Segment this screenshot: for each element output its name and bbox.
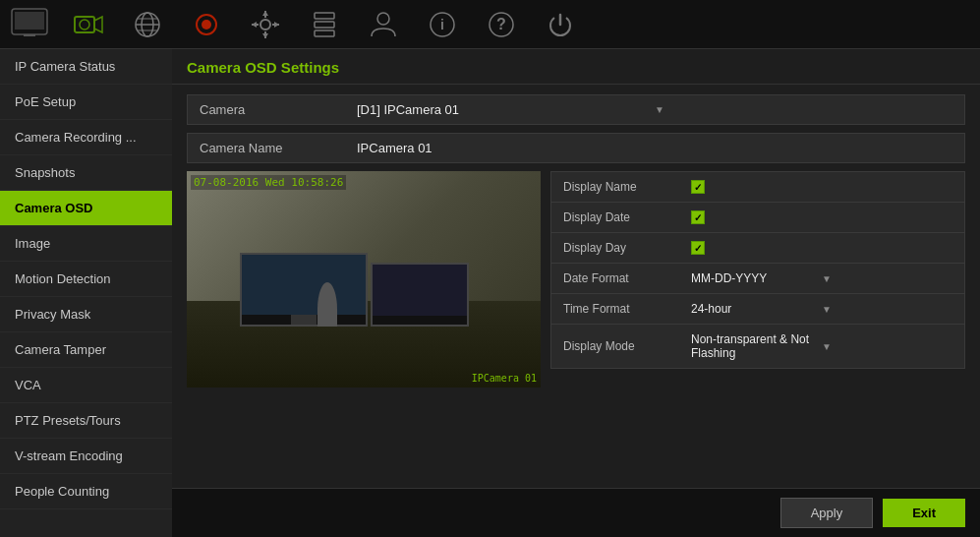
svg-rect-2 — [24, 34, 35, 36]
main-layout: IP Camera Status PoE Setup Camera Record… — [0, 49, 980, 537]
sidebar-item-camera-osd[interactable]: Camera OSD — [0, 191, 172, 226]
monitor-right-screen — [373, 265, 467, 316]
time-format-select[interactable]: 24-hour ▼ — [691, 302, 952, 316]
content-area: Camera [D1] IPCamera 01 ▼ Camera Name IP… — [172, 85, 980, 488]
svg-marker-19 — [262, 33, 268, 38]
svg-point-25 — [377, 13, 389, 25]
display-date-checkbox[interactable]: ✓ — [691, 210, 705, 224]
bottom-bar: Apply Exit — [172, 488, 980, 537]
svg-marker-20 — [252, 22, 257, 28]
record-toolbar-icon[interactable] — [187, 5, 226, 44]
date-format-label: Date Format — [551, 264, 679, 293]
user-toolbar-icon[interactable] — [364, 5, 403, 44]
display-name-value[interactable]: ✓ — [679, 172, 964, 202]
display-name-label: Display Name — [551, 172, 679, 202]
date-format-dropdown-arrow: ▼ — [822, 273, 952, 284]
camera-bottom-text: IPCamera 01 — [472, 373, 537, 384]
date-format-row: Date Format MM-DD-YYYY ▼ — [550, 263, 965, 293]
svg-rect-24 — [315, 30, 334, 36]
settings2-toolbar-icon[interactable] — [305, 5, 344, 44]
sidebar-item-image[interactable]: Image — [0, 226, 172, 262]
time-format-row: Time Format 24-hour ▼ — [550, 293, 965, 324]
camera-name-row: Camera Name IPCamera 01 — [187, 133, 965, 163]
sidebar-item-camera-tamper[interactable]: Camera Tamper — [0, 332, 172, 368]
camera-select[interactable]: [D1] IPCamera 01 ▼ — [357, 102, 952, 117]
camera-label: Camera — [188, 95, 345, 124]
info-toolbar-icon[interactable]: i — [423, 5, 462, 44]
middle-section: 07-08-2016 Wed 10:58:26 IPCamera 01 Disp… — [187, 171, 965, 478]
sidebar-item-vca[interactable]: VCA — [0, 368, 172, 403]
monitor-left-stand — [291, 315, 316, 326]
exit-button[interactable]: Exit — [883, 499, 965, 527]
display-day-label: Display Day — [551, 233, 679, 263]
monitor-right — [371, 263, 469, 327]
toolbar: i ? — [0, 0, 980, 49]
date-format-select-value: MM-DD-YYYY — [691, 271, 822, 285]
main-content: Camera OSD Settings Camera [D1] IPCamera… — [172, 49, 980, 537]
svg-rect-22 — [315, 13, 334, 19]
network-toolbar-icon[interactable] — [128, 5, 167, 44]
svg-text:?: ? — [496, 16, 506, 32]
power-toolbar-icon[interactable] — [541, 5, 580, 44]
sidebar-item-camera-recording[interactable]: Camera Recording ... — [0, 120, 172, 155]
display-date-value[interactable]: ✓ — [679, 203, 964, 232]
display-day-row: Display Day ✓ — [550, 232, 965, 263]
camera-name-value: IPCamera 01 — [345, 134, 964, 162]
svg-point-4 — [80, 20, 89, 30]
svg-rect-23 — [315, 22, 334, 28]
svg-marker-5 — [94, 17, 102, 32]
sidebar-item-motion-detection[interactable]: Motion Detection — [0, 262, 172, 297]
display-date-label: Display Date — [551, 203, 679, 232]
monitor-left — [240, 253, 368, 327]
sidebar-item-privacy-mask[interactable]: Privacy Mask — [0, 297, 172, 332]
monitor-left-screen — [242, 255, 366, 314]
time-format-dropdown-arrow: ▼ — [822, 304, 952, 315]
apply-button[interactable]: Apply — [780, 498, 874, 528]
display-date-row: Display Date ✓ — [550, 202, 965, 232]
display-name-checkbox[interactable]: ✓ — [691, 180, 705, 194]
room-background — [187, 171, 541, 388]
time-format-value[interactable]: 24-hour ▼ — [679, 294, 964, 324]
time-format-label: Time Format — [551, 294, 679, 324]
sidebar: IP Camera Status PoE Setup Camera Record… — [0, 49, 172, 537]
page-title: Camera OSD Settings — [172, 49, 980, 85]
sidebar-item-vstream-encoding[interactable]: V-stream Encoding — [0, 439, 172, 474]
svg-point-12 — [202, 20, 211, 30]
sidebar-item-people-counting[interactable]: People Counting — [0, 474, 172, 509]
svg-point-13 — [260, 20, 270, 30]
camera-preview: 07-08-2016 Wed 10:58:26 IPCamera 01 — [187, 171, 541, 388]
camera-value: [D1] IPCamera 01 ▼ — [345, 95, 964, 124]
ptz-toolbar-icon[interactable] — [246, 5, 285, 44]
display-mode-label: Display Mode — [551, 331, 679, 361]
camera-name-label: Camera Name — [188, 134, 345, 162]
camera-overlay-text: 07-08-2016 Wed 10:58:26 — [191, 175, 346, 190]
time-format-select-value: 24-hour — [691, 302, 822, 316]
svg-rect-1 — [15, 12, 44, 30]
sidebar-item-poe-setup[interactable]: PoE Setup — [0, 85, 172, 120]
svg-marker-21 — [274, 22, 279, 28]
camera-toolbar-icon[interactable] — [69, 5, 108, 44]
sidebar-item-ip-camera-status[interactable]: IP Camera Status — [0, 49, 172, 85]
display-mode-row: Display Mode Non-transparent & Not Flash… — [550, 324, 965, 369]
sidebar-item-ptz-presets[interactable]: PTZ Presets/Tours — [0, 403, 172, 439]
camera-select-value: [D1] IPCamera 01 — [357, 102, 655, 117]
display-name-row: Display Name ✓ — [550, 171, 965, 202]
camera-dropdown-arrow: ▼ — [655, 104, 952, 115]
camera-row: Camera [D1] IPCamera 01 ▼ — [187, 94, 965, 125]
display-mode-value[interactable]: Non-transparent & Not Flashing ▼ — [679, 325, 964, 368]
app-logo — [10, 7, 49, 41]
sidebar-item-snapshots[interactable]: Snapshots — [0, 155, 172, 191]
display-day-value[interactable]: ✓ — [679, 233, 964, 263]
svg-marker-18 — [262, 11, 268, 16]
display-mode-select-value: Non-transparent & Not Flashing — [691, 332, 822, 360]
display-mode-dropdown-arrow: ▼ — [822, 341, 952, 352]
display-day-checkbox[interactable]: ✓ — [691, 241, 705, 255]
date-format-select[interactable]: MM-DD-YYYY ▼ — [691, 271, 952, 285]
svg-text:i: i — [440, 17, 444, 32]
help-toolbar-icon[interactable]: ? — [482, 5, 521, 44]
date-format-value[interactable]: MM-DD-YYYY ▼ — [679, 264, 964, 293]
display-mode-select[interactable]: Non-transparent & Not Flashing ▼ — [691, 332, 952, 360]
osd-settings-panel: Display Name ✓ Display Date ✓ — [550, 171, 965, 478]
